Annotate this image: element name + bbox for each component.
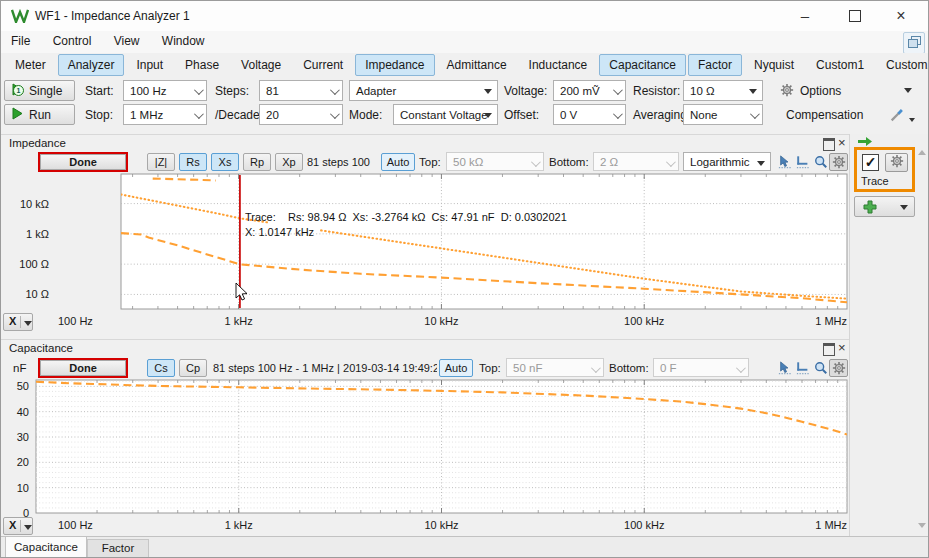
tab-custom1[interactable]: Custom1 xyxy=(806,54,874,76)
capacitance-chart[interactable]: 50403020100100 Hz1 kHz10 kHz100 kHz1 MHz xyxy=(1,379,849,535)
tab-admittance[interactable]: Admittance xyxy=(437,54,517,76)
hover-mode-icon[interactable] xyxy=(775,153,794,171)
options-gear-icon[interactable] xyxy=(777,82,796,100)
tab-voltage[interactable]: Voltage xyxy=(231,54,291,76)
menu-view[interactable]: View xyxy=(105,31,149,51)
svg-text:1 kΩ: 1 kΩ xyxy=(26,228,49,240)
decade-combo[interactable]: 20 xyxy=(259,104,343,125)
mode-label: Mode: xyxy=(349,108,382,122)
axis-cursor-icon[interactable] xyxy=(793,359,812,377)
options-label[interactable]: Options xyxy=(800,84,841,98)
compensation-dropdown-icon[interactable] xyxy=(909,118,915,122)
close-panel-icon[interactable]: × xyxy=(838,340,846,355)
impedance-chart[interactable]: 10 kΩ1 kΩ100 Ω10 Ω100 Hz1 kHz10 kHz100 k… xyxy=(1,173,849,335)
start-combo[interactable]: 100 Hz xyxy=(123,80,207,101)
tab-impedance[interactable]: Impedance xyxy=(355,54,434,76)
maximize-button[interactable] xyxy=(832,1,878,30)
capacitance-top-combo[interactable]: 50 nF xyxy=(506,358,604,377)
tab-meter[interactable]: Meter xyxy=(5,54,56,76)
resistor-combo[interactable]: 10 Ω xyxy=(683,80,763,101)
plot-settings-gear-icon[interactable] xyxy=(829,359,848,377)
plus-icon xyxy=(863,200,877,217)
minimize-button[interactable]: – xyxy=(782,1,828,30)
trace-cs-button[interactable]: Cs xyxy=(147,359,175,377)
tab-analyzer[interactable]: Analyzer xyxy=(58,54,125,76)
tab-capacitance[interactable]: Capacitance xyxy=(599,54,686,76)
tab-custom2[interactable]: Custom2 xyxy=(876,54,929,76)
compensation-label[interactable]: Compensation xyxy=(786,108,863,122)
averaging-combo[interactable]: None xyxy=(683,104,763,125)
start-label: Start: xyxy=(85,84,114,98)
tab-current[interactable]: Current xyxy=(293,54,353,76)
stop-combo[interactable]: 1 MHz xyxy=(123,104,207,125)
run-button[interactable]: Run xyxy=(4,104,75,125)
averaging-label: Averaging: xyxy=(633,108,690,122)
trace-rs-button[interactable]: Rs xyxy=(179,153,207,171)
hover-mode-icon[interactable] xyxy=(775,359,794,377)
svg-text:100 Hz: 100 Hz xyxy=(58,519,93,531)
trace-xp-button[interactable]: Xp xyxy=(275,153,303,171)
voltage-label: Voltage: xyxy=(504,84,547,98)
mode-combo[interactable]: Constant Voltage xyxy=(393,104,498,125)
tab-phase[interactable]: Phase xyxy=(175,54,229,76)
zoom-tool-icon[interactable] xyxy=(811,359,830,377)
impedance-auto-button[interactable]: Auto xyxy=(381,153,415,171)
capacitance-done-highlight: Done xyxy=(38,358,128,378)
close-button[interactable]: × xyxy=(878,1,924,30)
zoom-tool-icon[interactable] xyxy=(811,153,830,171)
trace-xs-button[interactable]: Xs xyxy=(211,153,239,171)
float-panel-icon[interactable] xyxy=(823,343,835,356)
steps-combo[interactable]: 81 xyxy=(259,80,343,101)
scroll-up-icon[interactable] xyxy=(918,150,926,155)
options-dropdown-icon[interactable] xyxy=(904,88,912,93)
trace-settings-gear-icon[interactable] xyxy=(885,153,908,172)
restore-subwindow-button[interactable] xyxy=(903,32,925,54)
tab-nyquist[interactable]: Nyquist xyxy=(744,54,804,76)
close-panel-icon[interactable]: × xyxy=(838,135,846,150)
acquisition-toolbar: 1 Single Start: 100 Hz Steps: 81 Adapter… xyxy=(1,77,928,135)
title-bar[interactable]: WF1 - Impedance Analyzer 1 – × xyxy=(1,1,928,31)
impedance-done-button[interactable]: Done xyxy=(40,154,126,170)
svg-text:1 MHz: 1 MHz xyxy=(815,519,847,531)
trace-z-button[interactable]: |Z| xyxy=(147,153,175,171)
plot-settings-gear-icon[interactable] xyxy=(829,153,848,171)
menu-file[interactable]: File xyxy=(2,31,39,51)
scroll-down-icon[interactable] xyxy=(918,523,926,528)
menu-control[interactable]: Control xyxy=(44,31,101,51)
capacitance-bottom-combo[interactable]: 0 F xyxy=(653,358,749,377)
run-play-icon xyxy=(11,107,24,123)
adapter-combo[interactable]: Adapter xyxy=(349,80,498,101)
axis-cursor-icon[interactable] xyxy=(793,153,812,171)
capacitance-x-axis-button[interactable]: X xyxy=(3,517,33,535)
compensation-probe-icon[interactable] xyxy=(887,106,906,124)
steps-label: Steps: xyxy=(215,84,249,98)
impedance-top-combo[interactable]: 50 kΩ xyxy=(446,152,544,171)
impedance-panel-title: Impedance xyxy=(9,137,66,149)
impedance-scale-combo[interactable]: Logarithmic xyxy=(683,152,771,171)
add-trace-button[interactable] xyxy=(854,196,915,217)
trace-rp-button[interactable]: Rp xyxy=(243,153,271,171)
bottom-tab-factor[interactable]: Factor xyxy=(87,539,149,558)
add-trace-dropdown-icon[interactable] xyxy=(900,205,908,210)
voltage-combo[interactable]: 200 mṼ xyxy=(553,80,626,101)
impedance-bottom-combo[interactable]: 2 Ω xyxy=(593,152,679,171)
maximize-icon xyxy=(849,10,861,22)
trace-visible-checkbox[interactable]: ✓ xyxy=(862,154,879,171)
capacitance-done-button[interactable]: Done xyxy=(40,360,126,376)
svg-text:10 kHz: 10 kHz xyxy=(424,315,458,327)
capacitance-panel-header: Capacitance × xyxy=(1,339,849,356)
tab-input[interactable]: Input xyxy=(126,54,173,76)
trace-cp-button[interactable]: Cp xyxy=(179,359,207,377)
impedance-x-axis-button[interactable]: X xyxy=(3,313,33,331)
capacitance-auto-button[interactable]: Auto xyxy=(439,359,473,377)
bottom-tab-capacitance[interactable]: Capacitance xyxy=(5,537,87,558)
impedance-toolbar: Done |Z| Rs Xs Rp Xp 81 steps 100 Auto T… xyxy=(1,151,849,173)
tab-inductance[interactable]: Inductance xyxy=(519,54,598,76)
tab-factor[interactable]: Factor xyxy=(688,54,742,76)
float-panel-icon[interactable] xyxy=(823,138,835,151)
menu-window[interactable]: Window xyxy=(153,31,214,51)
single-button[interactable]: 1 Single xyxy=(4,80,75,101)
dropdown-icon xyxy=(484,113,492,118)
trace-tooltip-values: Trace: Rs: 98.94 Ω Xs: -3.2764 kΩ Cs: 47… xyxy=(245,211,567,223)
offset-combo[interactable]: 0 V xyxy=(553,104,626,125)
